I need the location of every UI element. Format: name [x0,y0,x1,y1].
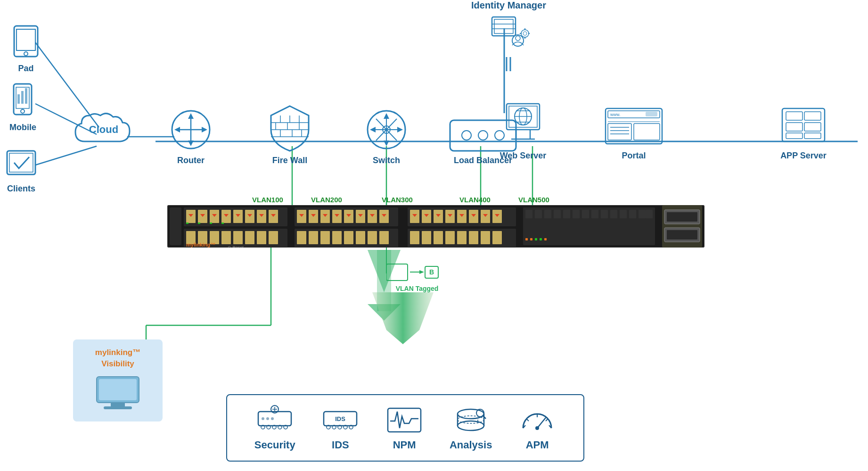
svg-marker-58 [397,127,403,132]
vlan100-label: VLAN100 [252,196,283,204]
pad-icon [9,24,42,61]
svg-rect-204 [525,238,528,240]
svg-marker-36 [202,127,207,132]
mobile-label: Mobile [9,123,36,132]
apm-icon [518,405,556,435]
svg-rect-194 [563,210,570,218]
svg-rect-215 [386,264,408,281]
svg-text:⊙ Reset: ⊙ Reset [228,245,244,248]
vlan-tagged-icon: B [386,262,448,285]
svg-rect-186 [469,231,478,244]
svg-text:B: B [429,268,434,276]
svg-rect-79 [634,124,660,140]
switch-label: Switch [373,156,400,165]
router-icon [167,108,214,153]
svg-rect-208 [544,238,547,240]
portal-node: www. Portal [603,106,664,161]
svg-rect-187 [481,231,490,244]
svg-text:Cloud: Cloud [89,124,118,135]
security-label: Security [254,439,295,451]
firewall-label: Fire Wall [272,156,307,165]
svg-rect-89 [804,133,821,139]
svg-rect-185 [457,231,467,244]
svg-text:mylinking™: mylinking™ [186,242,215,248]
svg-rect-225 [104,406,132,409]
svg-rect-155 [297,231,306,244]
apm-label: APM [526,439,549,451]
svg-rect-159 [344,231,353,244]
vlan400-label: VLAN400 [459,196,491,204]
svg-line-258 [546,419,548,421]
svg-rect-196 [582,210,589,218]
big-arrow-svg [372,292,434,349]
webserver-node: Web Server [500,101,547,161]
svg-text:IDS: IDS [336,415,346,422]
clients-label: Clients [7,184,35,194]
svg-point-96 [521,30,529,37]
ids-tool: IDS IDS [321,405,359,451]
svg-rect-132 [233,231,243,244]
svg-rect-205 [530,238,532,240]
svg-rect-245 [388,408,421,432]
vlan500-label: VLAN500 [518,196,549,204]
analysis-icon [452,405,490,435]
svg-rect-87 [804,123,821,131]
svg-rect-85 [804,112,821,120]
svg-rect-192 [544,210,551,218]
svg-rect-83 [782,108,825,141]
vlan-tagged-label: VLAN Tagged [386,285,448,292]
svg-rect-191 [535,210,542,218]
svg-point-235 [262,417,264,420]
visibility-box: mylinking™ Visibility [73,339,163,421]
svg-rect-162 [379,231,389,244]
svg-marker-55 [384,113,389,119]
appserver-node: APP Server [778,106,829,161]
ids-label: IDS [332,439,349,451]
svg-rect-126 [210,223,212,224]
svg-marker-35 [174,127,180,132]
svg-rect-193 [554,210,561,218]
svg-marker-33 [188,113,194,119]
apm-tool: APM [518,405,556,451]
svg-rect-223 [99,379,137,400]
main-diagram: Pad Mobile Clients Cloud [0,0,868,471]
svg-rect-24 [17,94,20,104]
svg-rect-188 [492,231,502,244]
svg-rect-127 [221,223,224,224]
identity-manager-label: Identity Manager [471,0,546,11]
svg-rect-206 [535,238,537,240]
svg-point-61 [478,131,488,140]
visibility-text: mylinking™ Visibility [82,347,153,370]
svg-rect-212 [667,212,697,222]
svg-rect-27 [7,151,35,174]
svg-rect-28 [9,153,33,172]
security-tool: Security [254,405,295,451]
npm-icon [385,405,423,435]
svg-point-97 [523,32,527,35]
svg-point-237 [271,417,274,420]
svg-marker-221 [372,292,434,344]
mobile-icon [10,83,36,120]
mobile-node: Mobile [9,83,36,132]
svg-rect-134 [257,231,266,244]
svg-line-257 [526,419,529,421]
monitor-icon [94,374,141,412]
security-icon [256,405,294,435]
svg-rect-84 [786,112,802,120]
svg-rect-19 [16,29,35,50]
svg-rect-91 [494,19,513,33]
pad-label: Pad [18,64,33,74]
clients-node: Clients [5,149,38,194]
svg-rect-86 [786,123,802,131]
big-arrow [372,292,434,351]
svg-marker-218 [419,270,424,274]
vlan300-label: VLAN300 [382,196,413,204]
svg-point-20 [24,52,28,56]
svg-rect-26 [25,88,27,104]
cloud-icon: Cloud [73,108,134,151]
svg-rect-125 [198,223,200,224]
ids-icon: IDS [321,405,359,435]
router-label: Router [177,156,205,165]
svg-text:www.: www. [610,112,621,117]
svg-rect-161 [368,231,377,244]
